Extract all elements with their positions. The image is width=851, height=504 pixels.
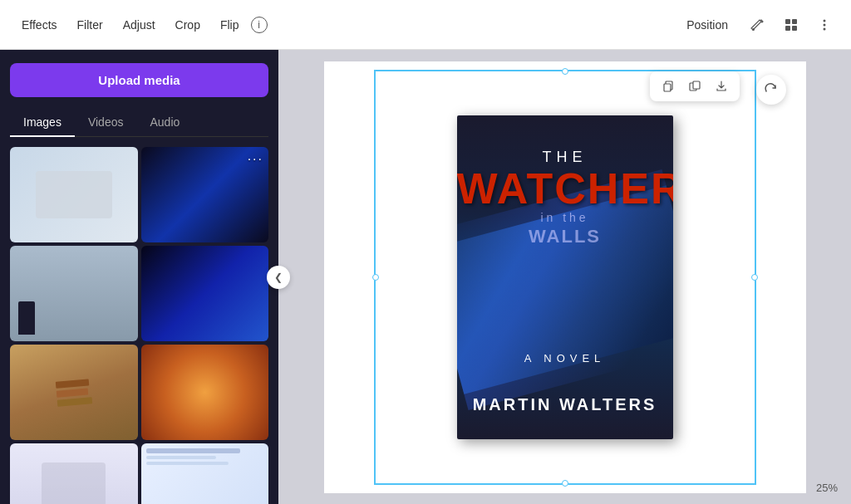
more-options-icon[interactable] (811, 12, 838, 38)
svg-rect-10 (693, 81, 700, 89)
book-cover[interactable]: THE WATCHER in the WALLS A NOVEL MARTIN … (457, 115, 673, 439)
rotate-button[interactable] (756, 75, 786, 105)
copy-icon[interactable] (657, 75, 680, 98)
zoom-indicator: 25% (816, 482, 838, 494)
svg-point-0 (752, 28, 755, 31)
svg-point-6 (824, 23, 826, 26)
media-item[interactable] (10, 246, 138, 341)
image-float-toolbar (650, 71, 740, 101)
media-item[interactable] (10, 443, 138, 504)
book-author: MARTIN WALTERS (457, 395, 673, 414)
svg-rect-4 (792, 26, 797, 31)
book-novel-label: A NOVEL (457, 352, 673, 365)
tab-videos[interactable]: Videos (75, 109, 137, 137)
position-button[interactable]: Position (676, 13, 738, 37)
canvas-container: THE WATCHER in the WALLS A NOVEL MARTIN … (324, 61, 806, 493)
paint-tool-icon[interactable] (745, 12, 771, 38)
svg-rect-3 (785, 26, 790, 31)
media-item[interactable] (141, 443, 269, 504)
media-item[interactable] (141, 345, 269, 440)
filter-button[interactable]: Filter (69, 13, 111, 37)
item-dots-menu[interactable]: ··· (248, 152, 263, 167)
flip-button[interactable]: Flip (212, 13, 248, 37)
media-item[interactable] (141, 246, 269, 341)
crop-button[interactable]: Crop (167, 13, 209, 37)
grid-icon[interactable] (778, 12, 804, 38)
toolbar-right: Position (676, 12, 838, 38)
top-toolbar: Effects Filter Adjust Crop Flip i Positi… (0, 0, 851, 50)
svg-rect-2 (792, 19, 797, 24)
svg-rect-8 (664, 84, 671, 91)
main-content: Upload media Images Videos Audio ··· (0, 50, 851, 504)
resize-handle-left[interactable] (372, 274, 379, 281)
sidebar-collapse-arrow[interactable]: ❮ (267, 266, 290, 289)
tab-images[interactable]: Images (10, 109, 75, 137)
adjust-button[interactable]: Adjust (115, 13, 164, 37)
media-item[interactable] (10, 147, 138, 242)
sidebar-wrapper: Upload media Images Videos Audio ··· (0, 50, 278, 504)
upload-media-button[interactable]: Upload media (10, 63, 268, 97)
info-icon[interactable]: i (251, 17, 268, 33)
book-subtitle-in: in the (457, 211, 673, 224)
toolbar-left: Effects Filter Adjust Crop Flip i (13, 13, 673, 37)
book-subtitle-walls: WALLS (457, 226, 673, 247)
svg-point-5 (824, 19, 826, 22)
svg-point-7 (824, 27, 826, 30)
resize-handle-right[interactable] (751, 274, 758, 281)
sidebar: Upload media Images Videos Audio ··· (0, 50, 278, 504)
media-item[interactable] (10, 345, 138, 440)
canvas-area: THE WATCHER in the WALLS A NOVEL MARTIN … (278, 50, 851, 504)
duplicate-icon[interactable] (683, 75, 706, 98)
tab-audio[interactable]: Audio (136, 109, 193, 137)
media-item[interactable]: ··· (141, 147, 269, 242)
book-title-watcher: WATCHER (457, 164, 673, 213)
svg-rect-1 (785, 19, 790, 24)
effects-button[interactable]: Effects (13, 13, 66, 37)
resize-handle-top[interactable] (562, 68, 568, 75)
media-tabs: Images Videos Audio (10, 109, 268, 137)
media-grid: ··· (10, 147, 268, 504)
export-icon[interactable] (710, 75, 733, 98)
resize-handle-bottom[interactable] (562, 480, 568, 487)
